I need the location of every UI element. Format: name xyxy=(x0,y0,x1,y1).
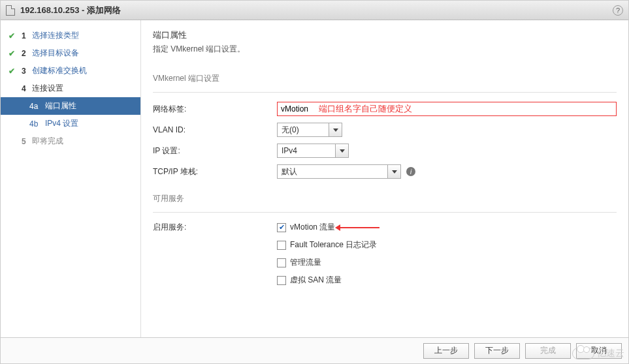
ip-value: IPv4 xyxy=(277,144,336,158)
tcpip-select[interactable]: 默认 xyxy=(277,164,401,179)
service-label: 管理流量 xyxy=(290,257,321,268)
divider xyxy=(153,212,617,213)
check-icon: ✔ xyxy=(8,31,18,40)
label-vlan: VLAN ID: xyxy=(153,125,277,134)
step-2[interactable]: ✔ 2 选择目标设备 xyxy=(1,44,140,62)
vlan-value: 无(0) xyxy=(277,123,329,137)
checkbox-icon[interactable] xyxy=(277,258,286,267)
step-num: 4 xyxy=(22,84,32,93)
step-label: 选择目标设备 xyxy=(32,48,79,59)
substep-label: 端口属性 xyxy=(45,100,76,112)
step-num: 3 xyxy=(22,67,32,76)
wizard-sidebar: ✔ 1 选择连接类型 ✔ 2 选择目标设备 ✔ 3 创建标准交换机 4 连接设置… xyxy=(1,20,141,337)
substep-num: 4a xyxy=(29,102,45,111)
content-panel: 端口属性 指定 VMkernel 端口设置。 VMkernel 端口设置 网络标… xyxy=(141,20,628,337)
service-mgmt[interactable]: 管理流量 xyxy=(277,257,379,268)
dialog-window: 192.168.10.253 - 添加网络 ? ✔ 1 选择连接类型 ✔ 2 选… xyxy=(0,0,629,364)
vlan-select[interactable]: 无(0) xyxy=(277,123,342,137)
row-enable-services: 启用服务: vMotion 流量 Fault Tolerance 日志记录 管理… xyxy=(153,222,617,292)
section-vmkernel: VMkernel 端口设置 xyxy=(153,73,617,84)
row-tcpip: TCP/IP 堆栈: 默认 i xyxy=(153,164,617,179)
service-label: 虚拟 SAN 流量 xyxy=(290,275,342,286)
step-num: 1 xyxy=(22,31,32,40)
title-bar: 192.168.10.253 - 添加网络 ? xyxy=(1,1,628,20)
content-subtitle: 指定 VMkernel 端口设置。 xyxy=(153,44,617,55)
next-button[interactable]: 下一步 xyxy=(474,343,520,359)
label-enable: 启用服务: xyxy=(153,222,277,233)
row-vlan: VLAN ID: 无(0) xyxy=(153,123,617,137)
ip-select[interactable]: IPv4 xyxy=(277,144,349,158)
substep-num: 4b xyxy=(29,119,45,129)
info-icon[interactable]: i xyxy=(406,167,415,176)
step-label: 连接设置 xyxy=(32,83,63,94)
label-network-label: 网络标签: xyxy=(153,104,277,115)
row-network-label: 网络标签: 端口组名字自己随便定义 xyxy=(153,102,617,116)
step-label: 选择连接类型 xyxy=(32,30,79,41)
dropdown-icon[interactable] xyxy=(336,144,349,158)
step-5: 5 即将完成 xyxy=(1,132,140,150)
step-label: 即将完成 xyxy=(32,136,63,147)
section-services: 可用服务 xyxy=(153,193,617,204)
substep-4b[interactable]: 4b IPv4 设置 xyxy=(1,115,140,132)
label-ip: IP 设置: xyxy=(153,145,277,157)
window-title: 192.168.10.253 - 添加网络 xyxy=(20,5,121,16)
finish-button: 完成 xyxy=(525,343,571,359)
help-icon[interactable]: ? xyxy=(613,5,623,16)
step-num: 5 xyxy=(22,137,32,146)
check-icon: ✔ xyxy=(8,67,18,76)
substep-label: IPv4 设置 xyxy=(45,118,78,129)
back-button[interactable]: 上一步 xyxy=(423,343,469,359)
step-4: 4 连接设置 xyxy=(1,80,140,97)
step-3[interactable]: ✔ 3 创建标准交换机 xyxy=(1,62,140,80)
service-label: Fault Tolerance 日志记录 xyxy=(290,239,377,250)
label-tcpip: TCP/IP 堆栈: xyxy=(153,166,277,177)
footer: 上一步 下一步 完成 取消 xyxy=(1,337,628,363)
dropdown-icon[interactable] xyxy=(329,123,342,137)
arrow-annotation-icon xyxy=(340,227,379,228)
checkbox-icon[interactable] xyxy=(277,276,286,285)
service-vsan[interactable]: 虚拟 SAN 流量 xyxy=(277,275,379,286)
network-label-wrap: 端口组名字自己随便定义 xyxy=(277,102,617,116)
row-ip: IP 设置: IPv4 xyxy=(153,144,617,158)
checkbox-icon[interactable] xyxy=(277,241,286,250)
services-list: vMotion 流量 Fault Tolerance 日志记录 管理流量 虚拟 … xyxy=(277,222,379,292)
service-label: vMotion 流量 xyxy=(290,222,335,233)
step-1[interactable]: ✔ 1 选择连接类型 xyxy=(1,27,140,44)
checkbox-icon[interactable] xyxy=(277,223,286,232)
check-icon: ✔ xyxy=(8,49,18,58)
content-title: 端口属性 xyxy=(153,29,617,41)
tcpip-value: 默认 xyxy=(277,164,388,179)
dialog-body: ✔ 1 选择连接类型 ✔ 2 选择目标设备 ✔ 3 创建标准交换机 4 连接设置… xyxy=(1,20,628,337)
cancel-button[interactable]: 取消 xyxy=(576,343,622,359)
step-label: 创建标准交换机 xyxy=(32,65,87,76)
divider xyxy=(153,92,617,93)
service-vmotion[interactable]: vMotion 流量 xyxy=(277,222,379,233)
page-icon xyxy=(6,5,15,16)
service-ft[interactable]: Fault Tolerance 日志记录 xyxy=(277,239,379,250)
dropdown-icon[interactable] xyxy=(388,164,401,179)
network-label-input[interactable] xyxy=(277,102,617,116)
step-num: 2 xyxy=(22,49,32,58)
substep-4a[interactable]: 4a 端口属性 xyxy=(1,97,140,115)
